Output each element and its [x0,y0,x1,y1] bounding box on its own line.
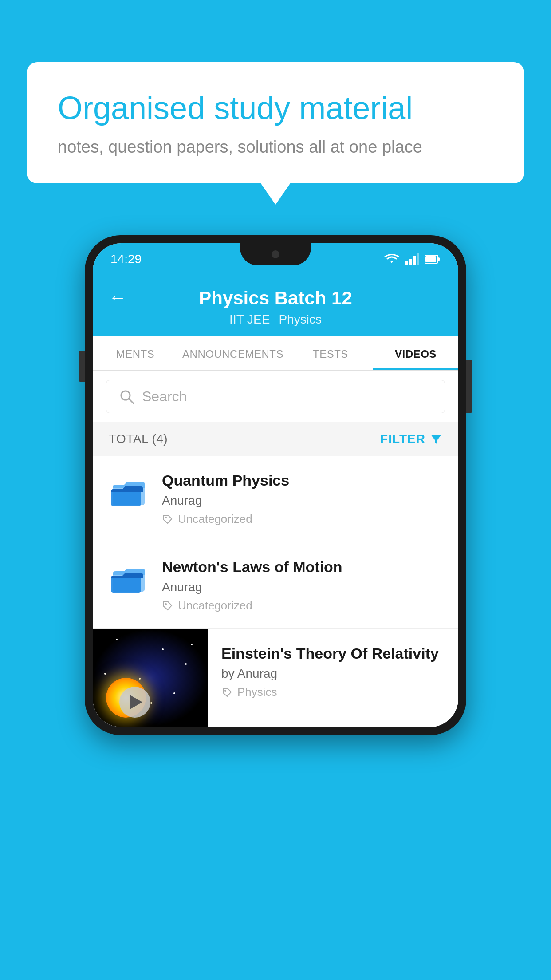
search-container: Search [93,371,458,422]
tag-label-1: Uncategorized [178,512,252,526]
speech-bubble-section: Organised study material notes, question… [27,62,524,183]
svg-point-12 [165,517,167,518]
video-info-3: Einstein's Theory Of Relativity by Anura… [208,629,458,715]
phone-outer-shell: 14:29 [85,235,466,735]
video-title-3: Einstein's Theory Of Relativity [221,645,445,662]
tag-icon-3 [221,687,233,698]
app-header: ← Physics Batch 12 IIT JEE Physics [93,275,458,336]
tag-label-3: Physics [237,685,277,699]
tag-icon-1 [162,514,173,525]
tabs-bar: MENTS ANNOUNCEMENTS TESTS VIDEOS [93,336,458,371]
svg-rect-1 [409,259,412,265]
video-author-1: Anurag [162,494,442,508]
bubble-title: Organised study material [58,89,493,127]
filter-button[interactable]: FILTER [380,432,442,446]
tag-label-2: Uncategorized [178,599,252,612]
phone-screen: 14:29 [93,243,458,727]
tab-announcements[interactable]: ANNOUNCEMENTS [178,336,288,370]
speech-bubble: Organised study material notes, question… [27,62,524,183]
svg-rect-2 [413,256,416,265]
filter-funnel-icon [430,433,442,445]
svg-rect-6 [425,256,436,262]
folder-icon-1 [109,472,149,512]
batch-subtitle: IIT JEE Physics [229,312,322,327]
status-icons [384,253,441,265]
svg-rect-5 [438,257,440,261]
svg-point-16 [224,690,226,692]
status-bar: 14:29 [93,243,458,275]
batch-title: Physics Batch 12 [199,288,352,309]
filter-label: FILTER [380,432,425,446]
video-info-1: Quantum Physics Anurag Uncategorized [162,472,442,526]
list-item[interactable]: Quantum Physics Anurag Uncategorized [93,456,458,542]
signal-icon [405,253,419,265]
play-icon [130,695,142,709]
total-count: TOTAL (4) [109,432,168,446]
svg-rect-0 [405,261,408,265]
tab-tests[interactable]: TESTS [288,336,373,370]
batch-tag-iit: IIT JEE [229,312,270,327]
search-box[interactable]: Search [106,380,445,413]
video-tag-2: Uncategorized [162,599,442,612]
video-tag-1: Uncategorized [162,512,442,526]
search-placeholder: Search [142,388,187,405]
bubble-subtitle: notes, question papers, solutions all at… [58,138,493,157]
video-thumbnail [93,629,208,727]
tab-ments[interactable]: MENTS [93,336,178,370]
battery-icon [425,254,441,264]
tag-icon-2 [162,600,173,612]
stars-decoration [93,629,208,727]
play-button[interactable] [119,687,150,718]
video-title-1: Quantum Physics [162,472,442,489]
phone-notch [240,243,311,265]
list-item[interactable]: Einstein's Theory Of Relativity by Anura… [93,629,458,727]
svg-rect-3 [417,253,419,265]
svg-marker-9 [431,435,441,444]
svg-line-8 [129,399,134,403]
list-item[interactable]: Newton's Laws of Motion Anurag Uncategor… [93,542,458,629]
video-author-2: Anurag [162,580,442,594]
camera-dot [272,250,279,258]
video-info-2: Newton's Laws of Motion Anurag Uncategor… [162,558,442,612]
phone-mockup: 14:29 [85,235,466,735]
thumb-background [93,629,208,727]
batch-tag-physics: Physics [279,312,321,327]
folder-icon-2 [109,558,149,598]
search-icon [119,389,135,405]
wifi-icon [384,253,400,265]
video-tag-3: Physics [221,685,445,699]
video-list: Quantum Physics Anurag Uncategorized [93,456,458,727]
status-time: 14:29 [110,252,142,266]
svg-point-15 [165,603,167,605]
back-button[interactable]: ← [109,288,126,308]
tab-videos[interactable]: VIDEOS [373,336,458,370]
video-title-2: Newton's Laws of Motion [162,558,442,576]
filter-bar: TOTAL (4) FILTER [93,422,458,456]
video-author-3: by Anurag [221,667,445,681]
